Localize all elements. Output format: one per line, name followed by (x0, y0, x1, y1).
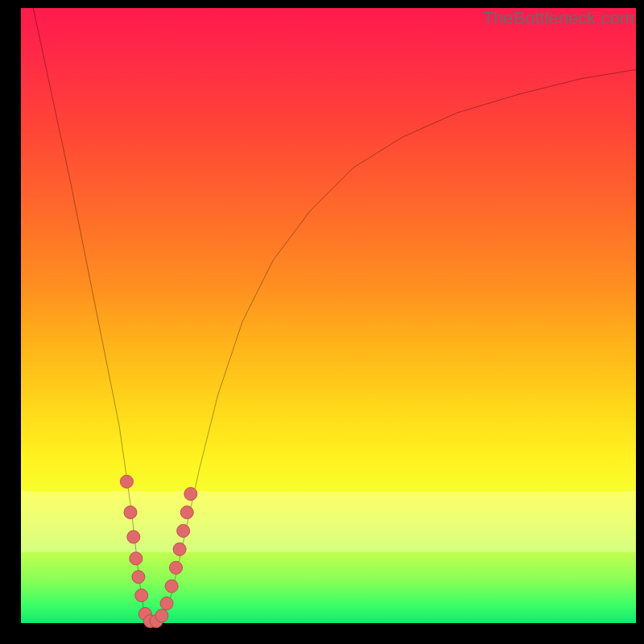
curve-svg (21, 8, 636, 623)
data-dot (132, 571, 145, 584)
data-dot (160, 597, 173, 610)
data-dot (120, 475, 133, 488)
data-dot (155, 609, 168, 622)
data-dot (173, 543, 186, 555)
data-dot (170, 561, 183, 574)
chart-frame: TheBottleneck.com (0, 0, 644, 644)
data-dot (165, 580, 178, 592)
data-dot (180, 506, 193, 518)
data-dot (124, 506, 137, 518)
data-dot (177, 524, 190, 537)
data-dot (135, 589, 148, 602)
data-dot (130, 552, 142, 565)
data-dots (120, 475, 197, 627)
data-dot (127, 530, 140, 543)
bottleneck-curve (33, 8, 636, 623)
data-dot (184, 488, 197, 501)
plot-area (21, 8, 636, 623)
